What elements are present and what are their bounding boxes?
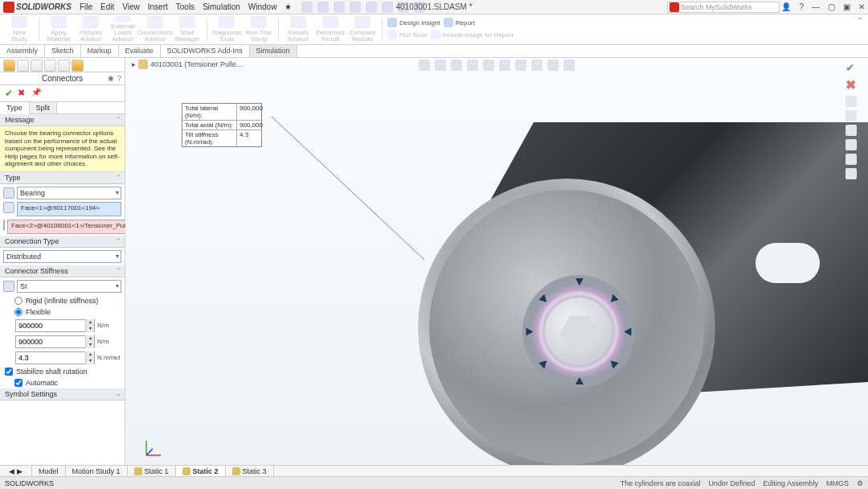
face2-selection[interactable]: Face<2>@40108001<1>/Tensioner_Pull	[7, 220, 131, 234]
display-style-icon[interactable]	[499, 60, 510, 71]
menu-edit[interactable]: Edit	[100, 2, 114, 11]
type-dropdown[interactable]: Bearing	[17, 187, 121, 199]
panel-help-icon[interactable]: ?	[117, 74, 121, 82]
taskpane-library-icon[interactable]	[845, 110, 857, 121]
display-manager-icon[interactable]	[58, 60, 70, 72]
spin-down[interactable]: ▾	[85, 358, 94, 364]
ribbon-loads[interactable]: External Loads Advisor	[108, 16, 137, 43]
menu-tools[interactable]: Tools	[176, 2, 194, 11]
simulation-tree-icon[interactable]	[72, 60, 84, 72]
face2-icon[interactable]	[3, 220, 5, 231]
view-settings-icon[interactable]	[563, 60, 575, 71]
qat-new-icon[interactable]	[301, 2, 313, 13]
check-automatic[interactable]: Automatic	[0, 377, 125, 388]
menu-simulation[interactable]: Simulation	[203, 2, 240, 11]
subtab-type[interactable]: Type	[0, 102, 30, 114]
dimxpert-icon[interactable]	[44, 60, 56, 72]
spin-down[interactable]: ▾	[85, 326, 94, 332]
orientation-triad[interactable]	[141, 436, 166, 460]
message-header[interactable]: Message⌃	[0, 114, 125, 126]
ribbon-shell[interactable]: Shell Manager	[173, 16, 202, 43]
tab-model[interactable]: Model	[32, 466, 66, 476]
menu-view[interactable]: View	[122, 2, 140, 11]
close-icon[interactable]: ✕	[858, 2, 865, 11]
ribbon-results[interactable]: Results Advisor	[284, 16, 313, 43]
tab-sketch[interactable]: Sketch	[45, 45, 81, 57]
ribbon-include-image[interactable]: Include Image for Report	[431, 30, 514, 41]
subtab-split[interactable]: Split	[30, 102, 58, 113]
connection-type-dropdown[interactable]: Distributed	[3, 250, 121, 263]
tree-expand-icon[interactable]: ▸	[132, 60, 136, 68]
unit-system-dropdown[interactable]: SI	[17, 280, 121, 293]
tab-simulation[interactable]: Simulation	[250, 45, 297, 57]
lateral-input[interactable]	[16, 322, 85, 330]
ribbon-plot-tools[interactable]: Plot Tools	[387, 30, 428, 41]
radio-flexible[interactable]: Flexible	[0, 306, 125, 318]
search-box[interactable]: Search MySolidWorks	[667, 2, 780, 13]
appearance-icon[interactable]	[531, 60, 542, 71]
restore-icon[interactable]: ▢	[828, 2, 835, 11]
tab-addins[interactable]: SOLIDWORKS Add-Ins	[161, 45, 250, 57]
previous-view-icon[interactable]	[451, 60, 462, 71]
tab-static-1[interactable]: Static 1	[128, 466, 176, 476]
menu-file[interactable]: File	[80, 2, 92, 11]
section-view-icon[interactable]	[467, 60, 478, 71]
taskpane-palette-icon[interactable]	[845, 139, 857, 150]
ribbon-diagnostic[interactable]: Diagnostic Tools	[212, 16, 241, 43]
tab-motion-study[interactable]: Motion Study 1	[66, 466, 128, 476]
config-manager-icon[interactable]	[31, 60, 43, 72]
study-tab-nav[interactable]: ◀ ▶	[0, 466, 32, 476]
stiffness-header[interactable]: Connector Stiffness⌃	[0, 265, 125, 277]
menu-window[interactable]: Window	[248, 2, 277, 11]
spin-up[interactable]: ▴	[85, 319, 94, 326]
radio-rigid[interactable]: Rigid (infinite stiffness)	[0, 295, 125, 306]
cancel-button[interactable]: ✖	[18, 88, 25, 99]
property-manager-icon[interactable]	[17, 60, 29, 72]
symbol-settings-header[interactable]: Symbol Settings⌄	[0, 388, 125, 401]
tab-evaluate[interactable]: Evaluate	[119, 45, 161, 57]
taskpane-appearances-icon[interactable]	[845, 154, 857, 165]
ribbon-new-study[interactable]: New Study	[5, 16, 34, 43]
ribbon-run[interactable]: Run This Study	[244, 16, 273, 43]
tab-static-3[interactable]: Static 3	[226, 466, 274, 476]
graphics-viewport[interactable]: ▢ ▣ ✕ ▸ 40103001 (Tensioner Pulle... ✔ ✖	[125, 58, 868, 465]
spin-up[interactable]: ▴	[85, 335, 94, 342]
tab-markup[interactable]: Markup	[81, 45, 119, 57]
face1-icon[interactable]	[3, 202, 14, 213]
ribbon-deformed[interactable]: Deformed Result	[316, 16, 345, 43]
pin-icon[interactable]: 📌	[31, 88, 41, 99]
reject-icon[interactable]: ✖	[845, 77, 857, 92]
zoom-area-icon[interactable]	[435, 60, 446, 71]
spin-up[interactable]: ▴	[85, 351, 94, 358]
minimize-icon[interactable]: —	[812, 2, 820, 11]
qat-redo-icon[interactable]	[382, 2, 393, 13]
ribbon-design-insight[interactable]: Design Insight	[387, 18, 440, 29]
ribbon-fixtures[interactable]: Fixtures Advisor	[76, 16, 105, 43]
flyout-tree-label[interactable]: 40103001 (Tensioner Pulle...	[150, 60, 243, 68]
panel-options-icon[interactable]: ◉	[108, 74, 114, 82]
type-header[interactable]: Type⌃	[0, 172, 125, 184]
help-icon[interactable]: ?	[799, 2, 804, 11]
ribbon-compare[interactable]: Compare Results	[348, 16, 377, 43]
confirm-icon[interactable]: ✔	[845, 61, 857, 74]
ribbon-collapse-icon[interactable]: ⌃	[857, 16, 863, 25]
hide-show-icon[interactable]	[515, 60, 526, 71]
taskpane-custom-icon[interactable]	[845, 168, 857, 179]
callout-value[interactable]: 4.3	[237, 130, 261, 146]
ribbon-report[interactable]: Report	[444, 18, 475, 29]
ribbon-connections[interactable]: Connections Advisor	[141, 16, 170, 43]
taskpane-explorer-icon[interactable]	[845, 125, 857, 136]
ok-button[interactable]: ✔	[5, 88, 13, 99]
tilt-input[interactable]	[16, 354, 85, 362]
qat-print-icon[interactable]	[350, 2, 361, 13]
qat-save-icon[interactable]	[334, 2, 345, 13]
view-orientation-icon[interactable]	[483, 60, 494, 71]
status-units[interactable]: MMGS	[826, 479, 849, 487]
tab-static-2[interactable]: Static 2	[176, 466, 226, 476]
status-extra-icon[interactable]: ⚙	[857, 479, 863, 487]
connection-type-header[interactable]: Connection Type⌃	[0, 236, 125, 248]
callout-value[interactable]: 900,000	[237, 104, 261, 120]
face1-selection[interactable]: Face<1>@90117001<194>	[17, 202, 121, 216]
tab-assembly[interactable]: Assembly	[0, 45, 45, 57]
maximize-icon[interactable]: ▣	[843, 2, 850, 11]
